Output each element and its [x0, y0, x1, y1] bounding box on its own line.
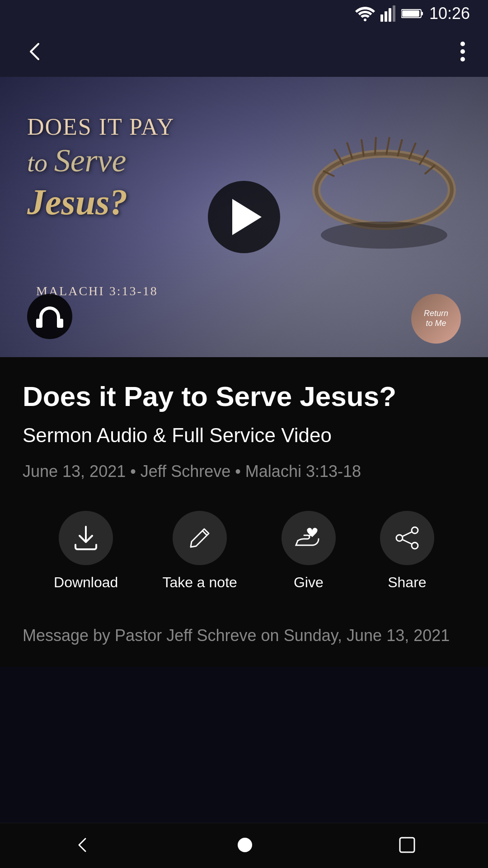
svg-rect-3: [389, 8, 391, 22]
svg-point-29: [238, 838, 252, 852]
status-bar: 10:26: [0, 0, 488, 27]
svg-point-12: [316, 154, 452, 226]
note-label: Take a note: [162, 574, 237, 591]
headphones-icon: [36, 304, 63, 329]
download-circle: [59, 511, 113, 565]
nav-recent-button[interactable]: [390, 828, 424, 863]
play-button[interactable]: [208, 181, 280, 253]
svg-rect-1: [380, 14, 383, 22]
svg-point-24: [412, 527, 418, 533]
svg-point-10: [460, 57, 465, 61]
svg-rect-2: [385, 11, 387, 22]
back-arrow-icon: [23, 40, 45, 63]
signal-icon: [380, 5, 396, 22]
svg-line-16: [375, 137, 376, 155]
play-triangle-icon: [232, 199, 262, 235]
give-label: Give: [294, 574, 324, 591]
sermon-title: Does it Pay to Serve Jesus?: [23, 380, 465, 413]
sermon-meta: June 13, 2021 • Jeff Schreve • Malachi 3…: [23, 459, 465, 484]
series-badge-text: Returnto Me: [420, 305, 452, 332]
svg-point-26: [412, 542, 418, 549]
nav-back-button[interactable]: [64, 827, 100, 864]
back-button[interactable]: [18, 36, 50, 69]
svg-rect-7: [421, 12, 423, 15]
sermon-subtitle: Sermon Audio & Full Service Video: [23, 424, 465, 447]
share-icon: [394, 525, 420, 551]
sermon-description: Message by Pastor Jeff Schreve on Sunday…: [23, 623, 465, 649]
audio-badge: [27, 294, 72, 339]
nav-home-icon: [237, 837, 253, 853]
series-badge: Returnto Me: [411, 294, 461, 344]
share-circle: [380, 511, 434, 565]
svg-point-8: [460, 42, 465, 46]
wifi-icon: [355, 6, 375, 21]
download-action[interactable]: Download: [54, 511, 118, 591]
share-action[interactable]: Share: [380, 511, 434, 591]
svg-rect-30: [400, 838, 414, 852]
content-area: Does it Pay to Serve Jesus? Sermon Audio…: [0, 357, 488, 667]
svg-point-25: [396, 535, 403, 541]
svg-point-0: [364, 19, 366, 21]
bottom-nav: [0, 823, 488, 868]
crown-image: [307, 99, 461, 253]
give-icon: [294, 524, 323, 552]
svg-point-9: [460, 49, 465, 54]
svg-line-28: [402, 540, 412, 544]
video-thumbnail: DOES IT PAY to Serve Jesus? MALACHI 3:13…: [0, 77, 488, 357]
download-label: Download: [54, 574, 118, 591]
status-time: 10:26: [429, 4, 470, 23]
take-a-note-action[interactable]: Take a note: [162, 511, 237, 591]
svg-rect-6: [402, 10, 419, 17]
nav-bar: [0, 27, 488, 77]
give-action[interactable]: Give: [282, 511, 336, 591]
battery-icon: [401, 8, 424, 19]
note-circle: [173, 511, 227, 565]
svg-point-23: [321, 222, 447, 249]
nav-back-icon: [73, 836, 91, 854]
svg-rect-4: [393, 5, 395, 22]
more-options-button[interactable]: [455, 36, 470, 69]
give-circle: [282, 511, 336, 565]
nav-recent-icon: [399, 837, 415, 853]
share-label: Share: [388, 574, 426, 591]
more-dots-icon: [460, 40, 465, 63]
nav-home-button[interactable]: [228, 828, 262, 863]
thumbnail-title: DOES IT PAY to Serve Jesus?: [27, 113, 174, 224]
status-icons: 10:26: [355, 4, 470, 23]
note-icon: [187, 525, 212, 551]
download-icon: [73, 525, 99, 551]
svg-line-27: [402, 532, 412, 537]
action-buttons: Download Take a note: [23, 511, 465, 591]
